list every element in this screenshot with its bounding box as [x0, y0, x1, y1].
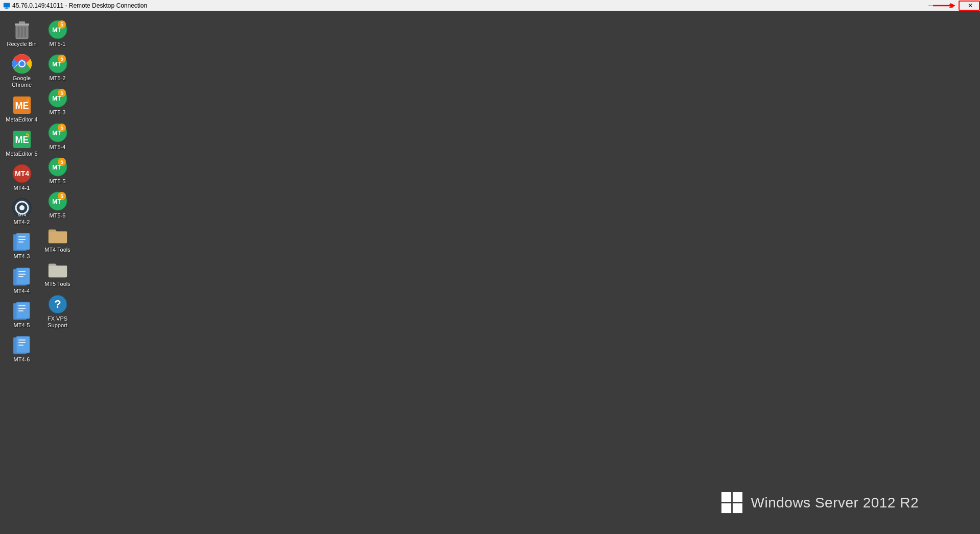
svg-rect-37 — [18, 276, 24, 277]
mt5-tools-label: MT5 Tools — [44, 281, 71, 287]
mt4-6-icon — [12, 335, 32, 355]
desktop-icon-mt4-tools[interactable]: MT4 Tools — [38, 222, 77, 256]
svg-rect-40 — [18, 305, 26, 306]
mt4-4-label: MT4-4 — [14, 288, 30, 295]
desktop-icon-mt4-6[interactable]: MT4-6 — [3, 332, 41, 366]
desktop-icon-fx-vps[interactable]: ? FX VPS Support — [38, 291, 77, 332]
svg-rect-0 — [4, 3, 10, 7]
recycle-bin-icon — [12, 19, 32, 40]
desktop: Recycle Bin Google Chrome — [0, 11, 980, 534]
mt4-5-label: MT4-5 — [14, 322, 30, 329]
fx-vps-icon: ? — [48, 294, 68, 314]
svg-text:MT: MT — [52, 95, 61, 102]
desktop-icon-metaeditor5[interactable]: ME 5 MetaEditor 5 — [3, 126, 41, 160]
mt5-4-label: MT5-4 — [50, 144, 66, 151]
mt5-5-label: MT5-5 — [50, 178, 66, 185]
rdp-icon — [3, 2, 10, 9]
svg-text:MT: MT — [52, 27, 61, 34]
svg-text:MT: MT — [52, 130, 61, 137]
svg-rect-45 — [18, 339, 26, 341]
windows-logo: Windows Server 2012 R2 — [721, 492, 919, 514]
mt5-1-icon: 5 MT — [48, 19, 68, 40]
svg-rect-1 — [6, 7, 8, 8]
mt4-tools-icon — [48, 225, 68, 246]
svg-text:4: 4 — [26, 98, 29, 104]
desktop-icon-recycle-bin[interactable]: Recycle Bin — [3, 16, 41, 51]
desktop-icon-mt4-2[interactable]: MT4 MT4-2 — [3, 195, 41, 229]
close-button[interactable]: ✕ — [961, 0, 980, 11]
svg-text:MT: MT — [52, 61, 61, 68]
svg-rect-31 — [18, 239, 26, 240]
svg-rect-75 — [732, 492, 742, 502]
desktop-icon-google-chrome[interactable]: Google Chrome — [3, 51, 41, 91]
mt4-1-icon: MT4 — [12, 163, 32, 184]
mt5-tools-icon — [48, 259, 68, 280]
svg-rect-77 — [732, 503, 742, 513]
desktop-icon-mt5-1[interactable]: 5 MT MT5-1 — [38, 16, 77, 51]
desktop-icon-mt5-2[interactable]: 5 MT MT5-2 — [38, 51, 77, 85]
windows-version-text: Windows Server 2012 R2 — [751, 495, 919, 511]
svg-text:MT4: MT4 — [15, 169, 29, 178]
mt5-1-label: MT5-1 — [50, 41, 66, 47]
title-label: 45.76.0.149:41011 - Remote Desktop Conne… — [12, 2, 147, 9]
mt5-5-icon: 5 MT — [48, 157, 68, 177]
chrome-label: Google Chrome — [5, 75, 39, 88]
mt5-2-label: MT5-2 — [50, 75, 66, 82]
mt5-2-icon: 5 MT — [48, 54, 68, 74]
recycle-bin-label: Recycle Bin — [7, 41, 36, 47]
mt4-tools-label: MT4 Tools — [44, 247, 71, 253]
desktop-icon-mt5-3[interactable]: 5 MT MT5-3 — [38, 85, 77, 119]
mt5-4-icon: 5 MT — [48, 123, 68, 143]
desktop-icon-mt4-1[interactable]: MT4 MT4-1 — [3, 160, 41, 195]
desktop-icon-mt5-6[interactable]: 5 MT MT5-6 — [38, 188, 77, 222]
mt4-2-label: MT4-2 — [14, 219, 30, 226]
svg-text:MT: MT — [52, 164, 61, 171]
desktop-icon-mt4-4[interactable]: MT4-4 — [3, 263, 41, 298]
svg-point-15 — [19, 61, 25, 66]
desktop-col1: Recycle Bin Google Chrome — [3, 16, 41, 366]
metaeditor4-label: MetaEditor 4 — [6, 116, 37, 123]
svg-rect-47 — [18, 345, 24, 346]
maximize-button[interactable]: □ — [941, 0, 961, 11]
desktop-col2: 5 MT MT5-1 5 MT MT5-2 — [38, 16, 77, 332]
desktop-icon-mt4-5[interactable]: MT4-5 — [3, 298, 41, 332]
title-bar: 45.76.0.149:41011 - Remote Desktop Conne… — [0, 0, 980, 11]
desktop-icon-metaeditor4[interactable]: ME 4 MetaEditor 4 — [3, 92, 41, 126]
desktop-icon-mt5-tools[interactable]: MT5 Tools — [38, 256, 77, 290]
mt4-6-label: MT4-6 — [14, 356, 30, 363]
svg-text:MT: MT — [52, 198, 61, 205]
mt4-3-label: MT4-3 — [14, 253, 30, 260]
windows-logo-icon — [721, 492, 743, 514]
mt4-3-icon — [12, 232, 32, 252]
svg-text:?: ? — [54, 298, 61, 310]
svg-rect-46 — [18, 342, 26, 343]
svg-text:5: 5 — [26, 132, 29, 138]
svg-rect-74 — [721, 492, 731, 502]
mt5-6-icon: 5 MT — [48, 191, 68, 211]
svg-rect-41 — [18, 308, 26, 309]
metaeditor4-icon: ME 4 — [12, 95, 32, 115]
minimize-button[interactable]: — — [922, 0, 941, 11]
fx-vps-label: FX VPS Support — [40, 315, 75, 329]
svg-rect-30 — [18, 236, 26, 237]
svg-rect-36 — [18, 274, 26, 275]
mt4-5-icon — [12, 301, 32, 321]
svg-point-26 — [19, 205, 25, 210]
svg-rect-2 — [5, 8, 9, 9]
mt4-1-label: MT4-1 — [14, 185, 30, 191]
desktop-icon-mt5-5[interactable]: 5 MT MT5-5 — [38, 154, 77, 188]
desktop-icon-mt4-3[interactable]: MT4-3 — [3, 229, 41, 263]
mt5-6-label: MT5-6 — [50, 212, 66, 219]
svg-rect-32 — [18, 241, 24, 242]
metaeditor5-icon: ME 5 — [12, 129, 32, 150]
title-controls: — □ ✕ — [922, 0, 980, 11]
mt5-3-label: MT5-3 — [50, 109, 66, 116]
mt4-4-icon — [12, 266, 32, 287]
mt5-3-icon: 5 MT — [48, 88, 68, 108]
metaeditor5-label: MetaEditor 5 — [6, 151, 37, 157]
svg-rect-76 — [721, 503, 731, 513]
mt4-2-icon: MT4 — [12, 198, 32, 218]
svg-text:MT4: MT4 — [18, 213, 27, 217]
chrome-icon — [12, 54, 32, 74]
desktop-icon-mt5-4[interactable]: 5 MT MT5-4 — [38, 119, 77, 154]
